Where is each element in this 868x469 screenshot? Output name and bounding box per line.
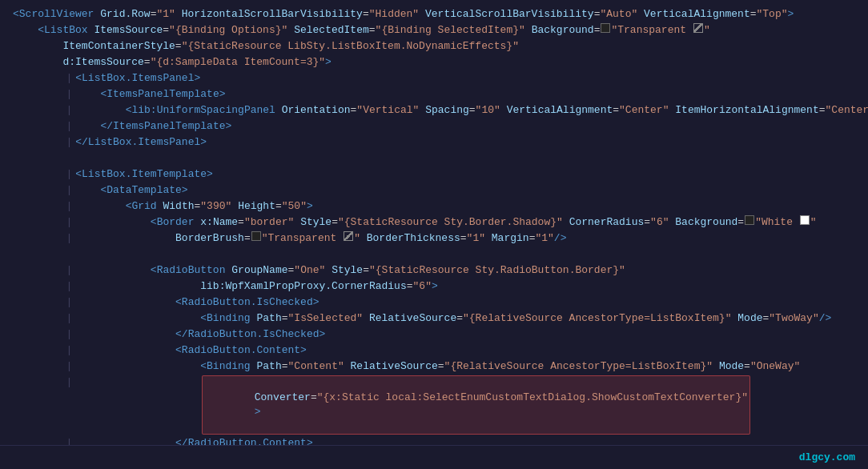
color-swatch-transparent1 <box>601 23 610 33</box>
code-line-18: | lib:WpfXamlPropProxy.CornerRadius="6" … <box>13 279 868 295</box>
code-line-1: <ScrollViewer Grid.Row="1" HorizontalScr… <box>13 6 868 22</box>
code-line-7: | <lib:UniformSpacingPanel Orientation="… <box>13 102 868 118</box>
color-swatch-transparent2 <box>693 23 703 33</box>
code-line-14: | <Border x:Name="border" Style="{Static… <box>13 214 868 230</box>
code-line-8: | </ItemsPanelTemplate> <box>13 118 868 134</box>
code-line-25: | </RadioButton.Content> <box>13 435 868 445</box>
code-line-17: | <RadioButton GroupName="One" Style="{S… <box>13 263 868 279</box>
color-swatch-transp2 <box>344 231 353 241</box>
code-line-20: | <Binding Path="IsSelected" RelativeSou… <box>13 311 868 327</box>
code-line-empty1 <box>13 150 868 166</box>
code-line-empty2 <box>13 247 868 263</box>
code-line-11: | <ListBox.ItemTemplate> <box>13 166 868 182</box>
code-line-21: | </RadioButton.IsChecked> <box>13 327 868 343</box>
code-line-12: | <DataTemplate> <box>13 182 868 198</box>
code-line-24: | Converter="{x:Static local:SelectEnumC… <box>13 375 868 435</box>
color-swatch-white1-outer <box>745 215 754 225</box>
code-line-19: | <RadioButton.IsChecked> <box>13 295 868 311</box>
color-swatch-transp2-outer <box>251 231 261 241</box>
code-line-6: | <ItemsPanelTemplate> <box>13 86 868 102</box>
code-line-3: ItemContainerStyle="{StaticResource LibS… <box>13 38 868 54</box>
code-line-22: | <RadioButton.Content> <box>13 343 868 359</box>
code-line-23: | <Binding Path="Content" RelativeSource… <box>13 359 868 375</box>
code-line-13: | <Grid Width="390" Height="50" > <box>13 198 868 214</box>
code-line-4: d:ItemsSource="{d:SampleData ItemCount=3… <box>13 54 868 70</box>
highlighted-code-block: Converter="{x:Static local:SelectEnumCus… <box>202 375 750 435</box>
code-editor[interactable]: <ScrollViewer Grid.Row="1" HorizontalScr… <box>0 0 868 445</box>
code-line-5: | <ListBox.ItemsPanel> <box>13 70 868 86</box>
brand-text: dlgcy.com <box>799 451 855 463</box>
color-swatch-white1 <box>800 215 810 225</box>
code-line-15: | BorderBrush="Transparent " BorderThick… <box>13 230 868 247</box>
code-line-2: <ListBox ItemsSource="{Binding Options}"… <box>13 22 868 38</box>
footer: dlgcy.com <box>0 445 868 469</box>
code-line-9: | </ListBox.ItemsPanel> <box>13 134 868 150</box>
